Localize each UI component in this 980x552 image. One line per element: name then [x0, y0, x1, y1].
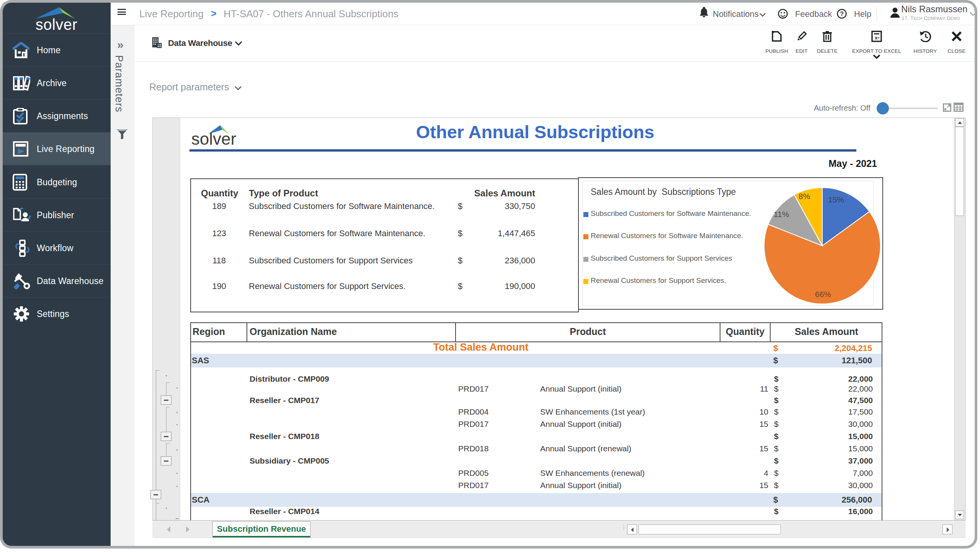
svg-text:?: ? — [840, 11, 844, 17]
svg-text:x: x — [875, 35, 878, 41]
